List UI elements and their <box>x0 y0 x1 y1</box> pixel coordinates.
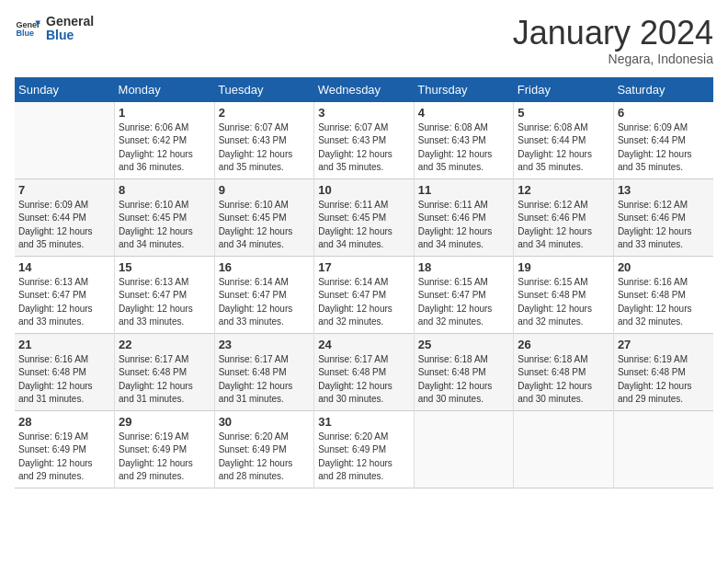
calendar-body: 1Sunrise: 6:06 AMSunset: 6:42 PMDaylight… <box>15 102 713 488</box>
day-number: 25 <box>418 338 510 351</box>
day-number: 23 <box>219 338 311 351</box>
day-number: 27 <box>618 338 710 351</box>
day-info: Sunrise: 6:11 AMSunset: 6:46 PMDaylight:… <box>418 199 510 252</box>
calendar-week-row: 21Sunrise: 6:16 AMSunset: 6:48 PMDayligh… <box>15 333 713 410</box>
day-number: 21 <box>18 338 110 351</box>
month-title: January 2024 <box>513 15 713 52</box>
calendar-cell: 18Sunrise: 6:15 AMSunset: 6:47 PMDayligh… <box>414 256 514 333</box>
calendar-cell: 9Sunrise: 6:10 AMSunset: 6:45 PMDaylight… <box>214 178 314 256</box>
day-info: Sunrise: 6:12 AMSunset: 6:46 PMDaylight:… <box>518 199 609 252</box>
calendar-cell: 17Sunrise: 6:14 AMSunset: 6:47 PMDayligh… <box>314 256 415 333</box>
day-info: Sunrise: 6:08 AMSunset: 6:43 PMDaylight:… <box>418 121 510 175</box>
day-number: 18 <box>418 260 510 274</box>
day-number: 16 <box>219 260 311 274</box>
calendar-cell: 10Sunrise: 6:11 AMSunset: 6:45 PMDayligh… <box>314 178 415 256</box>
day-number: 30 <box>219 415 311 429</box>
day-info: Sunrise: 6:11 AMSunset: 6:45 PMDaylight:… <box>318 199 410 252</box>
calendar-cell: 12Sunrise: 6:12 AMSunset: 6:46 PMDayligh… <box>514 178 614 256</box>
day-number: 19 <box>518 260 609 274</box>
day-number: 7 <box>18 183 110 197</box>
calendar-cell <box>15 102 115 179</box>
calendar-cell: 1Sunrise: 6:06 AMSunset: 6:42 PMDaylight… <box>115 102 215 179</box>
day-info: Sunrise: 6:15 AMSunset: 6:48 PMDaylight:… <box>518 276 609 329</box>
calendar-cell: 4Sunrise: 6:08 AMSunset: 6:43 PMDaylight… <box>414 102 514 179</box>
day-info: Sunrise: 6:10 AMSunset: 6:45 PMDaylight:… <box>219 199 311 252</box>
calendar-week-row: 1Sunrise: 6:06 AMSunset: 6:42 PMDaylight… <box>15 102 713 179</box>
calendar-cell: 5Sunrise: 6:08 AMSunset: 6:44 PMDaylight… <box>514 102 614 179</box>
header-day-thursday: Thursday <box>414 77 514 102</box>
day-number: 11 <box>418 183 510 197</box>
calendar-cell: 29Sunrise: 6:19 AMSunset: 6:49 PMDayligh… <box>115 410 215 488</box>
day-number: 15 <box>119 260 210 274</box>
day-info: Sunrise: 6:14 AMSunset: 6:47 PMDaylight:… <box>318 276 410 329</box>
day-number: 31 <box>318 415 410 429</box>
header-day-friday: Friday <box>514 77 614 102</box>
day-number: 26 <box>518 338 609 351</box>
day-info: Sunrise: 6:07 AMSunset: 6:43 PMDaylight:… <box>318 121 410 175</box>
day-info: Sunrise: 6:07 AMSunset: 6:43 PMDaylight:… <box>219 121 311 175</box>
location-subtitle: Negara, Indonesia <box>513 52 713 66</box>
day-info: Sunrise: 6:06 AMSunset: 6:42 PMDaylight:… <box>119 121 210 175</box>
day-number: 8 <box>119 183 210 197</box>
calendar-cell: 28Sunrise: 6:19 AMSunset: 6:49 PMDayligh… <box>15 410 115 488</box>
svg-text:Blue: Blue <box>16 29 34 39</box>
day-info: Sunrise: 6:09 AMSunset: 6:44 PMDaylight:… <box>618 121 710 175</box>
calendar-cell: 3Sunrise: 6:07 AMSunset: 6:43 PMDaylight… <box>314 102 415 179</box>
calendar-cell <box>613 410 713 488</box>
calendar-cell: 8Sunrise: 6:10 AMSunset: 6:45 PMDaylight… <box>115 178 215 256</box>
day-number: 13 <box>618 183 710 197</box>
calendar-cell: 23Sunrise: 6:17 AMSunset: 6:48 PMDayligh… <box>214 333 314 410</box>
header-day-tuesday: Tuesday <box>214 77 314 102</box>
calendar-week-row: 7Sunrise: 6:09 AMSunset: 6:44 PMDaylight… <box>15 178 713 256</box>
day-info: Sunrise: 6:13 AMSunset: 6:47 PMDaylight:… <box>119 276 210 329</box>
day-info: Sunrise: 6:14 AMSunset: 6:47 PMDaylight:… <box>219 276 311 329</box>
day-info: Sunrise: 6:18 AMSunset: 6:48 PMDaylight:… <box>418 353 510 407</box>
day-number: 2 <box>219 106 311 120</box>
calendar-week-row: 28Sunrise: 6:19 AMSunset: 6:49 PMDayligh… <box>15 410 713 488</box>
day-info: Sunrise: 6:12 AMSunset: 6:46 PMDaylight:… <box>618 199 710 252</box>
calendar-cell: 20Sunrise: 6:16 AMSunset: 6:48 PMDayligh… <box>613 256 713 333</box>
logo-icon: General Blue <box>15 16 40 41</box>
day-number: 24 <box>318 338 410 351</box>
day-number: 9 <box>219 183 311 197</box>
calendar-cell: 21Sunrise: 6:16 AMSunset: 6:48 PMDayligh… <box>15 333 115 410</box>
calendar-week-row: 14Sunrise: 6:13 AMSunset: 6:47 PMDayligh… <box>15 256 713 333</box>
logo: General Blue General Blue <box>15 15 94 43</box>
day-number: 5 <box>518 106 609 120</box>
day-number: 14 <box>18 260 110 274</box>
day-number: 12 <box>518 183 609 197</box>
calendar-cell <box>514 410 614 488</box>
day-number: 29 <box>119 415 210 429</box>
day-number: 17 <box>318 260 410 274</box>
calendar-cell: 31Sunrise: 6:20 AMSunset: 6:49 PMDayligh… <box>314 410 415 488</box>
day-info: Sunrise: 6:19 AMSunset: 6:49 PMDaylight:… <box>119 431 210 484</box>
day-info: Sunrise: 6:08 AMSunset: 6:44 PMDaylight:… <box>518 121 609 175</box>
day-info: Sunrise: 6:13 AMSunset: 6:47 PMDaylight:… <box>18 276 110 329</box>
calendar-cell: 15Sunrise: 6:13 AMSunset: 6:47 PMDayligh… <box>115 256 215 333</box>
day-info: Sunrise: 6:16 AMSunset: 6:48 PMDaylight:… <box>618 276 710 329</box>
calendar-cell: 26Sunrise: 6:18 AMSunset: 6:48 PMDayligh… <box>514 333 614 410</box>
calendar-cell: 25Sunrise: 6:18 AMSunset: 6:48 PMDayligh… <box>414 333 514 410</box>
day-info: Sunrise: 6:17 AMSunset: 6:48 PMDaylight:… <box>119 353 210 407</box>
calendar-cell: 14Sunrise: 6:13 AMSunset: 6:47 PMDayligh… <box>15 256 115 333</box>
calendar-cell: 22Sunrise: 6:17 AMSunset: 6:48 PMDayligh… <box>115 333 215 410</box>
day-number: 4 <box>418 106 510 120</box>
calendar-cell: 19Sunrise: 6:15 AMSunset: 6:48 PMDayligh… <box>514 256 614 333</box>
calendar-cell: 24Sunrise: 6:17 AMSunset: 6:48 PMDayligh… <box>314 333 415 410</box>
day-info: Sunrise: 6:17 AMSunset: 6:48 PMDaylight:… <box>318 353 410 407</box>
header-day-saturday: Saturday <box>613 77 713 102</box>
title-block: January 2024 Negara, Indonesia <box>513 15 713 66</box>
day-info: Sunrise: 6:19 AMSunset: 6:49 PMDaylight:… <box>18 431 110 484</box>
header-day-monday: Monday <box>115 77 215 102</box>
day-info: Sunrise: 6:16 AMSunset: 6:48 PMDaylight:… <box>18 353 110 407</box>
header-day-sunday: Sunday <box>15 77 115 102</box>
day-info: Sunrise: 6:10 AMSunset: 6:45 PMDaylight:… <box>119 199 210 252</box>
day-number: 28 <box>18 415 110 429</box>
logo-general: General <box>46 15 94 29</box>
logo-blue: Blue <box>46 29 94 42</box>
calendar-cell: 2Sunrise: 6:07 AMSunset: 6:43 PMDaylight… <box>214 102 314 179</box>
calendar-table: SundayMondayTuesdayWednesdayThursdayFrid… <box>15 77 713 488</box>
day-number: 10 <box>318 183 410 197</box>
day-info: Sunrise: 6:15 AMSunset: 6:47 PMDaylight:… <box>418 276 510 329</box>
day-info: Sunrise: 6:20 AMSunset: 6:49 PMDaylight:… <box>219 431 311 484</box>
